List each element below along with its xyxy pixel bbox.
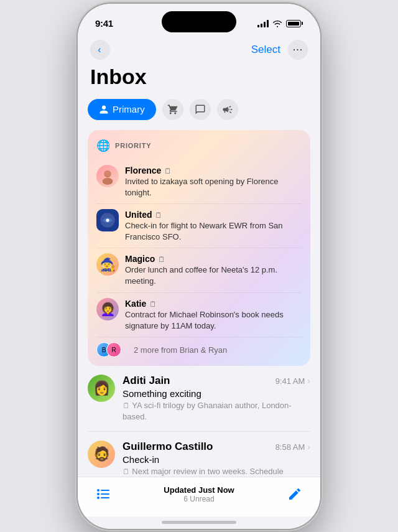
- cart-icon: [167, 104, 178, 115]
- priority-text-florence: Florence 🗒 Invited to izakaya soft openi…: [125, 165, 302, 198]
- priority-label: PRIORITY: [115, 142, 151, 149]
- more-row[interactable]: B R 2 more from Brian & Ryan: [96, 337, 302, 357]
- avatar-magico: 🧙: [96, 253, 119, 276]
- tab-primary-label: Primary: [113, 104, 145, 114]
- back-chevron-icon: ‹: [98, 44, 101, 55]
- tab-primary[interactable]: Primary: [88, 99, 156, 120]
- mail-sender-guillermo: Guillermo Castillo: [123, 441, 213, 453]
- msg-florence: Invited to izakaya soft opening by Flore…: [125, 176, 302, 198]
- mail-item-guillermo[interactable]: 🧔 Guillermo Castillo 8:58 AM › Check-in …: [88, 432, 310, 476]
- priority-header: 🌐 PRIORITY: [96, 139, 302, 152]
- avatar-united: [96, 209, 119, 231]
- nav-right-actions: Select ···: [251, 40, 308, 60]
- svg-point-9: [97, 497, 100, 499]
- list-icon: [96, 487, 111, 502]
- back-button[interactable]: ‹: [90, 40, 110, 60]
- more-button[interactable]: ···: [288, 40, 308, 60]
- category-tabs: Primary: [88, 99, 310, 120]
- status-icons: [257, 20, 303, 27]
- preview-icon-guillermo: 🗒: [123, 467, 132, 476]
- avatar-guillermo: 🧔: [88, 441, 115, 468]
- svg-point-1: [103, 177, 113, 184]
- more-avatars: B R: [96, 342, 121, 357]
- wifi-icon: [272, 20, 282, 27]
- home-bar: [162, 521, 236, 524]
- mail-item-aditi[interactable]: 👩 Aditi Jain 9:41 AM › Something excitin…: [88, 366, 310, 432]
- phone-frame: 9:41: [78, 4, 320, 529]
- dynamic-island: [162, 11, 236, 32]
- sender-magico: Magico: [125, 254, 155, 264]
- svg-rect-10: [101, 497, 109, 498]
- chat-icon: [195, 104, 206, 115]
- mail-top-guillermo: Guillermo Castillo 8:58 AM ›: [123, 441, 310, 453]
- bottom-status: Updated Just Now 6 Unread: [164, 485, 234, 503]
- home-indicator: [78, 516, 320, 529]
- msg-magico: Order lunch and coffee for Neeta's 12 p.…: [125, 264, 302, 287]
- svg-point-4: [106, 218, 109, 222]
- avatar-aditi: 👩: [88, 375, 115, 402]
- more-text: 2 more from Brian & Ryan: [134, 345, 227, 355]
- mail-chevron-aditi: ›: [307, 376, 310, 386]
- mail-time-guillermo: 8:58 AM: [275, 442, 305, 452]
- mail-subject-aditi: Something exciting: [123, 388, 310, 399]
- person-icon: [99, 105, 109, 114]
- svg-point-5: [97, 489, 100, 492]
- battery-icon: [286, 20, 303, 27]
- sender-katie: Katie: [125, 299, 146, 309]
- priority-item-florence[interactable]: Florence 🗒 Invited to izakaya soft openi…: [96, 160, 302, 204]
- avatar-katie: 👩‍🦱: [96, 298, 119, 320]
- svg-point-2: [104, 170, 111, 176]
- mail-sender-aditi: Aditi Jain: [123, 375, 170, 387]
- tab-shopping[interactable]: [162, 99, 183, 120]
- tab-news[interactable]: [217, 99, 238, 120]
- priority-section: 🌐 PRIORITY Florence 🗒: [88, 130, 310, 366]
- tab-social[interactable]: [190, 99, 211, 120]
- priority-text-magico: Magico 🗒 Order lunch and coffee for Neet…: [125, 253, 302, 287]
- priority-item-magico[interactable]: 🧙 Magico 🗒 Order lunch and coffee for Ne…: [96, 248, 302, 292]
- mail-content-guillermo: Guillermo Castillo 8:58 AM › Check-in 🗒 …: [123, 441, 310, 476]
- page-title: Inbox: [88, 65, 310, 89]
- united-logo: [100, 212, 116, 228]
- sender-united: United: [125, 210, 152, 220]
- svg-rect-6: [101, 490, 109, 491]
- priority-text-katie: Katie 🗒 Contract for Michael Robinson's …: [125, 298, 302, 332]
- more-avatar-ryan: R: [106, 342, 121, 357]
- mail-time-row-aditi: 9:41 AM ›: [275, 376, 310, 386]
- nav-bar: ‹ Select ···: [78, 35, 320, 65]
- sidebar-button[interactable]: [93, 483, 114, 505]
- mail-preview-guillermo: 🗒 Next major review in two weeks. Schedu…: [123, 466, 310, 476]
- msg-united: Check-in for flight to Newark EWR from S…: [125, 220, 302, 243]
- mail-subject-guillermo: Check-in: [123, 454, 310, 465]
- mail-time-row-guillermo: 8:58 AM ›: [275, 442, 310, 452]
- signal-icon: [257, 20, 269, 27]
- avatar-florence: [96, 165, 119, 187]
- screen: 9:41: [78, 4, 320, 529]
- msg-katie: Contract for Michael Robinson's book nee…: [125, 309, 302, 332]
- more-icon: ···: [293, 44, 303, 55]
- preview-icon-aditi: 🗒: [123, 401, 132, 410]
- mail-content-aditi: Aditi Jain 9:41 AM › Something exciting …: [123, 375, 310, 422]
- sender-florence: Florence: [125, 166, 161, 175]
- status-time: 9:41: [95, 18, 113, 29]
- svg-point-7: [97, 493, 100, 495]
- compose-icon: [287, 487, 302, 502]
- content-area: Inbox Primary: [78, 65, 320, 477]
- mail-chevron-guillermo: ›: [307, 442, 310, 452]
- megaphone-icon: [222, 104, 233, 115]
- florence-avatar-img: [99, 167, 116, 185]
- bottom-bar: Updated Just Now 6 Unread: [78, 477, 320, 516]
- unread-count: 6 Unread: [164, 495, 234, 503]
- update-status: Updated Just Now: [164, 485, 234, 495]
- mail-preview-aditi: 🗒 YA sci-fi trilogy by Ghanaian author, …: [123, 400, 310, 422]
- compose-button[interactable]: [284, 483, 305, 505]
- mail-time-aditi: 9:41 AM: [275, 376, 305, 386]
- mail-top-aditi: Aditi Jain 9:41 AM ›: [123, 375, 310, 387]
- priority-item-katie[interactable]: 👩‍🦱 Katie 🗒 Contract for Michael Robinso…: [96, 293, 302, 337]
- svg-rect-8: [101, 493, 109, 495]
- rainbow-icon: 🌐: [96, 139, 110, 152]
- priority-item-united[interactable]: United 🗒 Check-in for flight to Newark E…: [96, 204, 302, 248]
- priority-text-united: United 🗒 Check-in for flight to Newark E…: [125, 209, 302, 243]
- select-button[interactable]: Select: [251, 44, 280, 56]
